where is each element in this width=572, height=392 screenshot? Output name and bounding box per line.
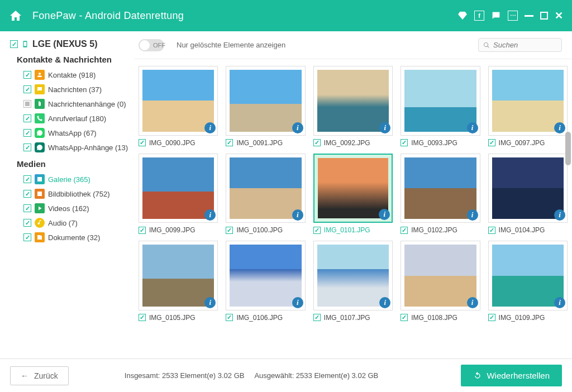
info-icon[interactable]: i: [204, 122, 216, 133]
image-card[interactable]: iIMG_0097.JPG: [488, 66, 568, 147]
feedback-icon[interactable]: [491, 11, 501, 21]
device-row[interactable]: LGE (NEXUS 5): [10, 39, 128, 49]
image-thumbnail[interactable]: i: [226, 66, 305, 136]
image-checkbox[interactable]: [226, 227, 233, 234]
diamond-icon[interactable]: [457, 11, 468, 21]
image-card[interactable]: iIMG_0090.JPG: [139, 66, 218, 147]
image-card[interactable]: iIMG_0102.JPG: [401, 154, 480, 235]
image-filename: IMG_0099.JPG: [149, 226, 196, 234]
image-card[interactable]: iIMG_0108.JPG: [401, 241, 480, 322]
info-icon[interactable]: i: [554, 209, 565, 221]
deleted-only-toggle[interactable]: [139, 39, 164, 51]
sidebar-item-contacts[interactable]: Kontakte (918): [10, 68, 128, 82]
info-icon[interactable]: i: [554, 297, 565, 308]
info-icon[interactable]: i: [292, 297, 303, 308]
info-icon[interactable]: i: [467, 209, 478, 221]
image-checkbox[interactable]: [139, 227, 146, 234]
sidebar-item-waatt[interactable]: WhatsApp-Anhänge (13): [10, 140, 128, 155]
image-checkbox[interactable]: [488, 139, 495, 146]
sidebar-item-wa[interactable]: WhatsApp (67): [10, 126, 128, 140]
image-thumbnail[interactable]: i: [401, 66, 480, 136]
category-checkbox[interactable]: [23, 71, 31, 79]
image-checkbox[interactable]: [488, 227, 495, 234]
category-checkbox[interactable]: [23, 114, 31, 122]
category-checkbox[interactable]: [23, 100, 31, 108]
image-card[interactable]: iIMG_0101.JPG: [313, 154, 393, 235]
image-thumbnail[interactable]: i: [139, 241, 218, 310]
sidebar-item-video[interactable]: Videos (162): [10, 201, 128, 216]
category-checkbox[interactable]: [23, 219, 31, 227]
search-input[interactable]: [493, 41, 557, 49]
sidebar-item-lib[interactable]: Bildbibliothek (752): [10, 187, 128, 201]
image-card[interactable]: iIMG_0105.JPG: [139, 241, 218, 322]
image-checkbox[interactable]: [226, 139, 233, 146]
image-thumbnail[interactable]: i: [488, 66, 568, 136]
image-thumbnail[interactable]: i: [139, 154, 218, 223]
device-checkbox[interactable]: [10, 40, 18, 48]
category-checkbox[interactable]: [23, 233, 31, 241]
scrollbar[interactable]: [565, 132, 571, 165]
image-card[interactable]: iIMG_0092.JPG: [313, 66, 393, 147]
sidebar-item-audio[interactable]: Audio (7): [10, 216, 128, 230]
category-checkbox[interactable]: [23, 204, 31, 212]
image-thumbnail[interactable]: i: [313, 154, 393, 223]
category-checkbox[interactable]: [23, 175, 31, 183]
image-card[interactable]: iIMG_0109.JPG: [488, 241, 568, 322]
back-button[interactable]: ← Zurück: [10, 366, 69, 385]
sidebar-item-gallery[interactable]: Galerie (365): [10, 172, 128, 187]
image-thumbnail[interactable]: i: [226, 154, 305, 223]
category-checkbox[interactable]: [23, 129, 31, 137]
recover-button[interactable]: Wiederherstellen: [461, 365, 562, 386]
image-card[interactable]: iIMG_0106.JPG: [226, 241, 305, 322]
category-checkbox[interactable]: [23, 144, 31, 151]
image-card[interactable]: iIMG_0099.JPG: [139, 154, 218, 235]
info-icon[interactable]: i: [467, 122, 478, 133]
sidebar-item-docs[interactable]: Dokumente (32): [10, 230, 128, 245]
close-button[interactable]: ✕: [555, 9, 563, 22]
image-checkbox[interactable]: [313, 314, 321, 321]
image-card[interactable]: iIMG_0107.JPG: [313, 241, 393, 322]
info-icon[interactable]: i: [554, 122, 565, 133]
image-checkbox[interactable]: [401, 139, 408, 146]
info-icon[interactable]: i: [467, 297, 478, 308]
image-thumbnail[interactable]: i: [313, 241, 393, 310]
info-icon[interactable]: i: [379, 209, 390, 220]
image-preview: [142, 245, 214, 307]
info-icon[interactable]: i: [379, 297, 390, 308]
image-card[interactable]: iIMG_0093.JPG: [401, 66, 480, 147]
info-icon[interactable]: i: [292, 209, 303, 221]
sidebar-item-call[interactable]: Anrufverlauf (180): [10, 111, 128, 126]
image-thumbnail[interactable]: i: [139, 66, 218, 136]
image-checkbox[interactable]: [401, 314, 408, 321]
facebook-icon[interactable]: f: [474, 11, 484, 21]
sidebar-item-attach[interactable]: Nachrichtenanhänge (0): [10, 97, 128, 111]
image-thumbnail[interactable]: i: [401, 241, 480, 310]
image-thumbnail[interactable]: i: [313, 66, 393, 136]
image-thumbnail[interactable]: i: [226, 241, 305, 310]
image-checkbox[interactable]: [139, 314, 146, 321]
image-checkbox[interactable]: [313, 227, 321, 234]
maximize-button[interactable]: [540, 12, 548, 20]
image-card[interactable]: iIMG_0104.JPG: [488, 154, 568, 235]
more-icon[interactable]: ⋯: [508, 11, 518, 21]
image-card[interactable]: iIMG_0091.JPG: [226, 66, 305, 147]
image-checkbox[interactable]: [226, 314, 233, 321]
info-icon[interactable]: i: [204, 209, 216, 221]
image-thumbnail[interactable]: i: [488, 241, 568, 310]
image-checkbox[interactable]: [401, 227, 408, 234]
category-checkbox[interactable]: [23, 190, 31, 198]
image-checkbox[interactable]: [139, 139, 146, 146]
image-thumbnail[interactable]: i: [401, 154, 480, 223]
image-thumbnail[interactable]: i: [488, 154, 568, 223]
image-checkbox[interactable]: [488, 314, 495, 321]
category-checkbox[interactable]: [23, 85, 31, 93]
info-icon[interactable]: i: [292, 122, 303, 133]
info-icon[interactable]: i: [379, 122, 390, 133]
image-card[interactable]: iIMG_0100.JPG: [226, 154, 305, 235]
search-box[interactable]: [478, 38, 562, 52]
home-icon[interactable]: [9, 9, 22, 22]
image-checkbox[interactable]: [313, 139, 321, 146]
minimize-button[interactable]: [525, 15, 533, 17]
sidebar-item-msg[interactable]: Nachrichten (37): [10, 82, 128, 97]
info-icon[interactable]: i: [204, 297, 216, 308]
